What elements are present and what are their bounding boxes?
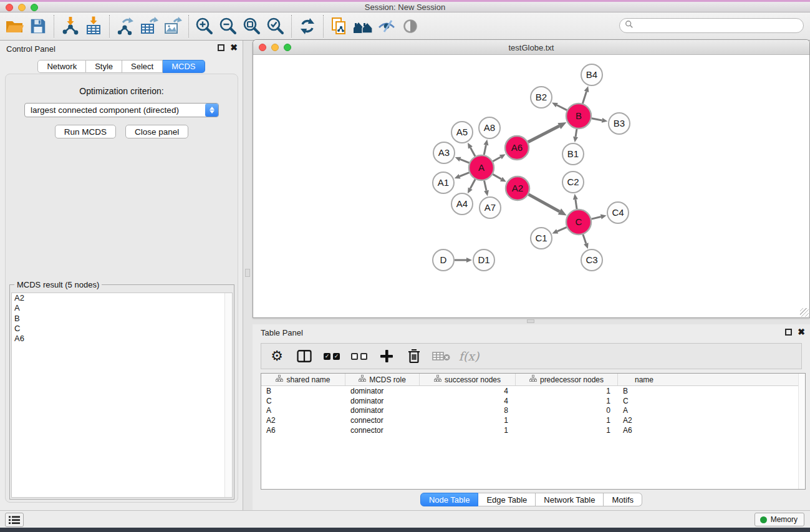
close-panel-icon[interactable]: ✖ — [230, 44, 238, 51]
table-cell[interactable]: 8 — [420, 406, 516, 415]
table-cell[interactable]: dominator — [345, 406, 420, 415]
graph-edge-A-A1[interactable] — [460, 173, 469, 177]
table-cell[interactable]: A6 — [618, 426, 670, 435]
zoom-out-icon[interactable] — [216, 14, 240, 38]
task-history-icon[interactable] — [5, 513, 24, 527]
graph-edge-A-A3[interactable] — [460, 159, 470, 163]
graph-edge-C-C4[interactable] — [591, 216, 600, 219]
table-cell[interactable]: A2 — [618, 416, 670, 425]
new-network-from-selection-icon[interactable] — [327, 14, 351, 38]
graph-edge-B-B3[interactable] — [592, 118, 602, 120]
graph-edge-A-A5[interactable] — [470, 148, 475, 157]
export-table-icon[interactable] — [137, 14, 161, 38]
deselect-all-columns-icon[interactable] — [350, 347, 369, 365]
graph-edge-A6-B[interactable] — [528, 126, 559, 142]
mcds-result-list[interactable]: A2ABCA6 — [11, 293, 233, 498]
table-cell[interactable]: C — [261, 397, 345, 405]
table-cell[interactable]: C — [618, 397, 670, 405]
graph-edge-A-A4[interactable] — [470, 180, 475, 189]
graph-edge-C-C2[interactable] — [576, 200, 577, 209]
refresh-icon[interactable] — [296, 14, 319, 38]
table-scrollbar[interactable] — [798, 374, 805, 489]
network-canvas[interactable]: B4B2BB3A8A5A6A3B1AA1C2A2A4A7C4CC1C3DD1 — [253, 55, 809, 317]
zoom-in-icon[interactable] — [193, 14, 216, 38]
table-cell[interactable]: 1 — [420, 426, 516, 435]
graph-edge-A-A6[interactable] — [493, 157, 501, 162]
graph-edge-B-B4[interactable] — [582, 92, 586, 104]
graph-edge-B-B1[interactable] — [576, 129, 577, 137]
close-panel-button[interactable]: Close panel — [125, 125, 188, 138]
table-cell[interactable]: B — [261, 387, 345, 395]
table-cell[interactable]: 1 — [420, 416, 516, 425]
table-cell[interactable]: A2 — [261, 416, 345, 425]
export-network-icon[interactable] — [113, 14, 137, 38]
table-cell[interactable]: A6 — [261, 426, 345, 435]
result-list-scrollbar[interactable] — [224, 293, 232, 497]
graph-edge-A-A7[interactable] — [484, 181, 486, 191]
graph-edge-B-B2[interactable] — [557, 105, 567, 110]
tab-mcds[interactable]: MCDS — [163, 60, 205, 73]
table-cell[interactable]: 1 — [516, 387, 618, 395]
optimization-criterion-select[interactable]: largest connected component (directed) — [24, 103, 219, 117]
graph-edge-C-C3[interactable] — [583, 235, 586, 244]
column-header-name[interactable]: name — [618, 374, 670, 385]
table-row[interactable]: Bdominator41B — [261, 386, 805, 396]
table-cell[interactable]: dominator — [345, 387, 420, 395]
horizontal-splitter[interactable] — [527, 319, 534, 323]
tab-motifs[interactable]: Motifs — [604, 493, 642, 506]
table-row[interactable]: A2connector11A2 — [261, 415, 805, 425]
network-graph[interactable]: B4B2BB3A8A5A6A3B1AA1C2A2A4A7C4CC1C3DD1 — [253, 55, 809, 317]
float-table-panel-icon[interactable] — [785, 329, 792, 336]
tab-network[interactable]: Network — [37, 60, 86, 73]
tab-style[interactable]: Style — [86, 60, 122, 73]
search-input[interactable] — [634, 19, 803, 32]
select-all-columns-icon[interactable]: ✓✓ — [322, 347, 341, 365]
tab-node-table[interactable]: Node Table — [420, 493, 479, 506]
tab-edge-table[interactable]: Edge Table — [478, 493, 536, 506]
function-builder-icon[interactable]: f(x) — [460, 347, 478, 365]
import-network-icon[interactable] — [58, 14, 82, 38]
table-row[interactable]: Adominator80A — [261, 405, 805, 415]
table-cell[interactable]: A — [261, 406, 345, 415]
import-table-icon[interactable] — [82, 14, 105, 38]
save-session-icon[interactable] — [26, 14, 50, 38]
graph-edge-A-A8[interactable] — [484, 145, 486, 155]
table-cell[interactable]: 4 — [420, 397, 516, 405]
table-cell[interactable]: 0 — [516, 406, 618, 415]
table-cell[interactable]: 1 — [516, 416, 618, 425]
graph-edge-A-A2[interactable] — [493, 174, 501, 179]
column-header-MCDS-role[interactable]: MCDS role — [345, 374, 420, 385]
table-cell[interactable]: B — [618, 387, 670, 395]
add-column-icon[interactable] — [377, 347, 396, 365]
tab-network-table[interactable]: Network Table — [536, 493, 604, 506]
show-panels-icon[interactable] — [398, 14, 422, 38]
table-cell[interactable]: 4 — [420, 387, 516, 395]
table-options-gear-icon[interactable]: ⚙ — [268, 347, 286, 365]
hide-panels-icon[interactable] — [375, 14, 398, 38]
memory-button[interactable]: Memory — [755, 513, 804, 526]
graph-edge-C-C1[interactable] — [557, 227, 567, 231]
vertical-splitter[interactable] — [244, 41, 253, 510]
table-row[interactable]: Cdominator41C — [261, 396, 805, 406]
table-cell[interactable]: dominator — [345, 397, 420, 405]
splitter-grip[interactable] — [245, 269, 250, 277]
table-cell[interactable]: 1 — [516, 397, 618, 405]
close-table-panel-icon[interactable]: ✖ — [798, 329, 805, 336]
home-icon[interactable] — [351, 14, 375, 38]
network-window-titlebar[interactable]: testGlobe.txt — [253, 40, 809, 55]
table-cell[interactable]: connector — [345, 426, 420, 435]
graph-edge-A2-C[interactable] — [529, 195, 560, 211]
run-mcds-button[interactable]: Run MCDS — [55, 125, 116, 138]
column-header-successor-nodes[interactable]: successor nodes — [420, 374, 516, 385]
tab-select[interactable]: Select — [122, 60, 163, 73]
delete-table-icon[interactable] — [432, 347, 451, 365]
split-view-icon[interactable] — [295, 347, 314, 365]
open-session-icon[interactable] — [2, 14, 26, 38]
zoom-fit-icon[interactable] — [240, 14, 264, 38]
zoom-selected-icon[interactable] — [264, 14, 287, 38]
delete-column-trash-icon[interactable] — [405, 347, 423, 365]
column-header-shared-name[interactable]: shared name — [261, 374, 345, 385]
column-header-predecessor-nodes[interactable]: predecessor nodes — [516, 374, 618, 385]
table-cell[interactable]: 1 — [516, 426, 618, 435]
export-image-icon[interactable] — [161, 14, 185, 38]
